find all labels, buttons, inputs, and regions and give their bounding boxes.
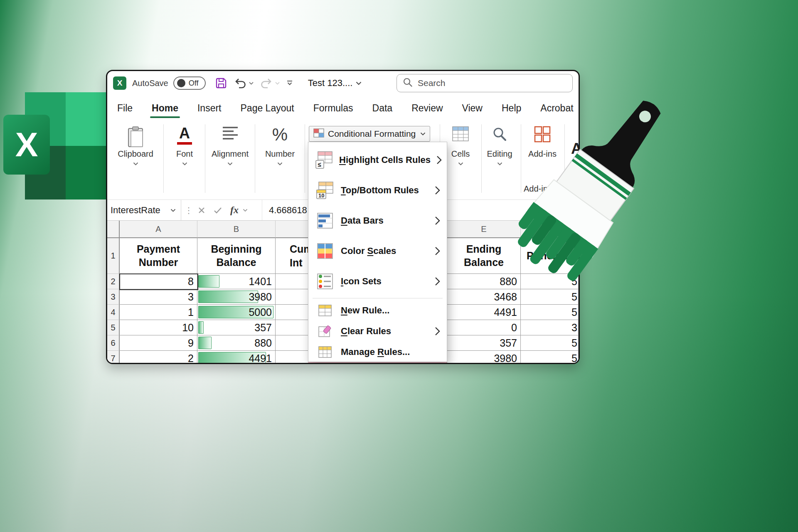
top-bottom-rules-icon: 10 (315, 182, 335, 199)
submenu-chevron-icon (435, 277, 440, 286)
ribbon-group-clipboard[interactable]: Clipboard (111, 121, 160, 165)
document-title-chevron-icon[interactable] (356, 81, 362, 85)
cell-E3[interactable]: 3468 (447, 289, 521, 305)
cell-E7[interactable]: 3980 (447, 351, 521, 363)
search-input[interactable] (418, 78, 566, 88)
row-header-6[interactable]: 6 (107, 335, 120, 351)
chevron-down-icon[interactable] (442, 162, 479, 165)
cell-B5[interactable]: 357 (197, 320, 276, 335)
ribbon-group-font[interactable]: A Font (167, 121, 202, 165)
cell-A7[interactable]: 2 (120, 351, 197, 363)
ribbon-group-number[interactable]: % Number (258, 121, 302, 165)
cell-B3[interactable]: 3980 (197, 289, 276, 305)
col-header-A[interactable]: A (120, 221, 197, 238)
svg-text:≤: ≤ (318, 161, 321, 168)
cell-E4[interactable]: 4491 (447, 305, 521, 320)
col-header-B[interactable]: B (197, 221, 276, 238)
cell-A4[interactable]: 1 (120, 305, 197, 320)
data-bar (198, 321, 204, 334)
insert-function-icon[interactable]: fx (230, 204, 239, 216)
cell-F7[interactable]: 5 (521, 351, 579, 363)
formula-value[interactable]: 4.668618 (262, 200, 307, 220)
row-header-3[interactable]: 3 (107, 289, 120, 305)
cell-F6[interactable]: 5 (521, 335, 579, 351)
menu-item-manage-rules[interactable]: Manage Rules... (308, 342, 447, 362)
clear-rules-icon (315, 325, 335, 337)
row-header-1[interactable]: 1 (107, 238, 120, 274)
menu-item-label: Data Bars (341, 215, 429, 226)
cell-A1[interactable]: Payment Number (120, 238, 197, 274)
cell-B4[interactable]: 5000 (197, 305, 276, 320)
redo-chevron-icon[interactable] (275, 82, 280, 85)
cell-B2[interactable]: 1401 (197, 274, 276, 289)
cell-A2[interactable]: 8 (120, 274, 197, 289)
undo-chevron-icon[interactable] (249, 82, 254, 85)
title-bar: X AutoSave Off (107, 71, 579, 95)
undo-icon[interactable] (234, 78, 246, 89)
group-divider (255, 124, 255, 193)
icon-sets-icon (315, 273, 335, 290)
cell-E2[interactable]: 880 (447, 274, 521, 289)
cell-A3[interactable]: 3 (120, 289, 197, 305)
tab-review[interactable]: Review (411, 97, 443, 120)
cell-A6[interactable]: 9 (120, 335, 197, 351)
chevron-down-icon[interactable] (258, 162, 302, 165)
menu-item-top-bottom-rules[interactable]: 10Top/Bottom Rules (308, 175, 447, 205)
chevron-down-icon[interactable] (167, 162, 202, 165)
quick-access-toolbar-icon[interactable] (286, 80, 293, 86)
cell-B1[interactable]: Beginning Balance (197, 238, 276, 274)
tab-file[interactable]: File (116, 97, 133, 120)
menu-item-label: Highlight Cells Rules (339, 155, 431, 165)
tab-data[interactable]: Data (372, 97, 394, 120)
menu-separator (313, 298, 443, 298)
tab-view[interactable]: View (461, 97, 483, 120)
menu-item-icon-sets[interactable]: Icon Sets (308, 266, 447, 296)
cell-E6[interactable]: 357 (447, 335, 521, 351)
app-icon-letter: X (117, 79, 123, 88)
menu-item-new-rule[interactable]: New Rule... (308, 300, 447, 321)
cancel-icon[interactable] (198, 207, 205, 214)
cell-E5[interactable]: 0 (447, 320, 521, 335)
menu-item-label: New Rule... (341, 305, 440, 316)
tab-insert[interactable]: Insert (197, 97, 222, 120)
chevron-down-icon[interactable] (208, 162, 252, 165)
row-header-7[interactable]: 7 (107, 351, 120, 363)
menu-item-color-scales[interactable]: Color Scales (308, 236, 447, 266)
menu-item-highlight-cells-rules[interactable]: ≤Highlight Cells Rules (308, 145, 447, 175)
row-header-5[interactable]: 5 (107, 320, 120, 335)
cell-value: 3980 (249, 291, 272, 303)
tab-formulas[interactable]: Formulas (313, 97, 354, 120)
manage-rules-icon (315, 346, 335, 358)
cell-A5[interactable]: 10 (120, 320, 197, 335)
ribbon-group-alignment[interactable]: Alignment (208, 121, 252, 165)
group-label-number: Number (258, 149, 302, 159)
enter-check-icon[interactable] (214, 207, 222, 214)
chevron-down-icon[interactable] (111, 162, 160, 165)
cell-F5[interactable]: 3 (521, 320, 579, 335)
tab-help[interactable]: Help (501, 97, 522, 120)
name-box[interactable]: InterestRate (107, 200, 181, 220)
ribbon-group-cells[interactable]: Cells (442, 121, 479, 165)
cell-F4[interactable]: 5 (521, 305, 579, 320)
tab-home[interactable]: Home (151, 97, 179, 120)
tab-page-layout[interactable]: Page Layout (240, 97, 295, 120)
cell-B6[interactable]: 880 (197, 335, 276, 351)
row-header-2[interactable]: 2 (107, 274, 120, 289)
document-title[interactable]: Test 123.... (308, 78, 353, 89)
conditional-formatting-button[interactable]: Conditional Formatting (309, 126, 430, 142)
search-box[interactable] (397, 74, 573, 92)
menu-item-clear-rules[interactable]: Clear Rules (308, 321, 447, 342)
cell-B7[interactable]: 4491 (197, 351, 276, 363)
redo-icon[interactable] (260, 78, 273, 89)
select-all-corner[interactable] (107, 221, 120, 238)
group-label-alignment: Alignment (208, 149, 252, 159)
group-label-cells: Cells (442, 149, 479, 159)
highlight-cells-rules-icon: ≤ (315, 151, 333, 169)
save-icon[interactable] (215, 77, 227, 89)
autosave-toggle[interactable]: Off (173, 76, 206, 90)
row-header-4[interactable]: 4 (107, 305, 120, 320)
autosave-state: Off (189, 79, 199, 88)
menu-item-data-bars[interactable]: Data Bars (308, 205, 447, 236)
menu-item-label: Color Scales (341, 246, 429, 256)
group-label-clipboard: Clipboard (111, 149, 160, 159)
